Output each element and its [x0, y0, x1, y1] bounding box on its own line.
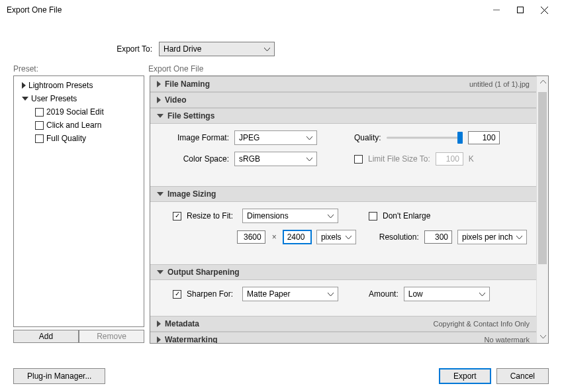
- checkbox[interactable]: [35, 108, 44, 117]
- resize-to-fit-checkbox[interactable]: [173, 212, 181, 220]
- image-sizing-body: Resize to Fit: Dimensions Don't Enlarge …: [150, 202, 536, 264]
- color-space-label: Color Space:: [160, 154, 229, 164]
- limit-filesize-checkbox[interactable]: [354, 155, 363, 164]
- amount-select[interactable]: Low: [404, 287, 490, 301]
- chevron-down-icon: [479, 289, 485, 299]
- height-input[interactable]: 2400: [283, 230, 311, 244]
- width-input[interactable]: 3600: [237, 230, 265, 244]
- section-status: No watermark: [485, 336, 530, 343]
- export-button[interactable]: Export: [439, 368, 491, 384]
- slider-thumb[interactable]: [457, 132, 463, 144]
- quality-input[interactable]: 100: [468, 131, 500, 144]
- preset-group-lightroom[interactable]: Lightroom Presets: [21, 79, 137, 92]
- section-file-settings[interactable]: File Settings: [150, 108, 536, 124]
- section-status: Copyright & Contact Info Only: [433, 320, 530, 328]
- sharpen-for-checkbox[interactable]: [173, 290, 181, 299]
- remove-preset-button[interactable]: Remove: [79, 330, 144, 343]
- limit-filesize-input[interactable]: 100: [436, 152, 463, 166]
- scroll-up-icon[interactable]: [537, 76, 549, 88]
- section-file-naming[interactable]: File Naming untitled (1 of 1).jpg: [150, 76, 536, 92]
- chevron-down-icon: [157, 114, 164, 118]
- chevron-down-icon: [328, 289, 334, 299]
- preset-item-label: Full Quality: [46, 134, 86, 143]
- preset-item[interactable]: Full Quality: [21, 132, 137, 145]
- close-icon: [541, 7, 548, 14]
- chevron-down-icon: [22, 97, 28, 101]
- times-symbol: ×: [271, 232, 278, 242]
- export-to-value: Hard Drive: [164, 44, 201, 54]
- window-title: Export One File: [7, 5, 484, 15]
- section-title: Output Sharpening: [167, 268, 240, 277]
- checkbox[interactable]: [35, 134, 44, 143]
- scroll-down-icon[interactable]: [537, 331, 549, 343]
- preset-list[interactable]: Lightroom Presets User Presets 2019 Soci…: [13, 75, 144, 327]
- section-video[interactable]: Video: [150, 92, 536, 108]
- section-watermarking[interactable]: Watermarking No watermark: [150, 332, 536, 343]
- preset-item[interactable]: Click and Learn: [21, 119, 137, 132]
- settings-panel: File Naming untitled (1 of 1).jpg Video …: [150, 75, 549, 344]
- export-to-select[interactable]: Hard Drive: [159, 42, 275, 56]
- dont-enlarge-checkbox[interactable]: [369, 212, 377, 220]
- panel-labels: Preset: Export One File: [13, 64, 549, 74]
- quality-label: Quality:: [354, 133, 381, 142]
- chevron-down-icon: [306, 133, 312, 142]
- output-sharpening-body: Sharpen For: Matte Paper Amount: Low: [150, 280, 536, 316]
- export-to-label: Export To:: [13, 44, 159, 54]
- add-preset-button[interactable]: Add: [13, 330, 79, 343]
- amount-label: Amount:: [369, 289, 398, 299]
- svg-rect-1: [518, 7, 524, 13]
- minimize-icon: [493, 7, 500, 13]
- preset-group-user[interactable]: User Presets: [21, 92, 137, 105]
- limit-filesize-label: Limit File Size To:: [368, 154, 430, 164]
- minimize-button[interactable]: [485, 2, 508, 18]
- chevron-down-icon: [157, 270, 164, 274]
- chevron-down-icon: [264, 44, 270, 54]
- scrollbar[interactable]: [536, 76, 548, 343]
- chevron-right-icon: [157, 336, 161, 343]
- chevron-right-icon: [22, 82, 26, 89]
- close-button[interactable]: [533, 2, 555, 18]
- titlebar: Export One File: [0, 0, 562, 20]
- chevron-down-icon: [328, 211, 334, 220]
- checkbox[interactable]: [35, 121, 44, 130]
- sharpen-for-label: Sharpen For:: [187, 289, 233, 299]
- resize-to-fit-label: Resize to Fit:: [187, 211, 233, 220]
- section-image-sizing[interactable]: Image Sizing: [150, 186, 536, 202]
- preset-label: Preset:: [13, 64, 148, 74]
- image-format-select[interactable]: JPEG: [234, 130, 317, 145]
- cancel-button[interactable]: Cancel: [496, 368, 549, 384]
- section-title: File Naming: [165, 79, 210, 89]
- file-settings-body: Image Format: JPEG Quality: 100: [150, 124, 536, 186]
- preset-group-label: Lightroom Presets: [28, 81, 93, 90]
- resolution-input[interactable]: 300: [424, 230, 452, 244]
- ppi-select[interactable]: pixels per inch: [457, 230, 527, 244]
- color-space-select[interactable]: sRGB: [234, 152, 317, 166]
- preset-item[interactable]: 2019 Social Edit: [21, 105, 137, 119]
- section-metadata[interactable]: Metadata Copyright & Contact Info Only: [150, 316, 536, 332]
- section-output-sharpening[interactable]: Output Sharpening: [150, 264, 536, 280]
- scrollbar-thumb[interactable]: [538, 92, 547, 264]
- sharpen-for-select[interactable]: Matte Paper: [242, 287, 338, 301]
- chevron-down-icon: [346, 232, 351, 242]
- chevron-right-icon: [157, 97, 161, 103]
- chevron-down-icon: [516, 232, 522, 242]
- chevron-down-icon: [306, 154, 312, 164]
- section-title: Video: [165, 95, 186, 105]
- chevron-right-icon: [157, 81, 161, 87]
- panel-label: Export One File: [148, 64, 549, 74]
- preset-item-label: 2019 Social Edit: [46, 107, 104, 117]
- export-to-row: Export To: Hard Drive: [13, 42, 549, 56]
- plugin-manager-button[interactable]: Plug-in Manager...: [13, 368, 105, 384]
- section-title: Image Sizing: [167, 189, 216, 199]
- dont-enlarge-label: Don't Enlarge: [383, 211, 430, 220]
- maximize-button[interactable]: [509, 2, 532, 18]
- section-title: Metadata: [165, 319, 199, 328]
- preset-group-label: User Presets: [31, 94, 77, 103]
- resize-mode-select[interactable]: Dimensions: [242, 209, 338, 223]
- units-select[interactable]: pixels: [316, 230, 356, 244]
- quality-slider[interactable]: [387, 131, 463, 144]
- section-title: Watermarking: [165, 335, 218, 343]
- section-title: File Settings: [167, 111, 214, 121]
- image-format-label: Image Format:: [160, 133, 229, 142]
- chevron-right-icon: [157, 320, 161, 327]
